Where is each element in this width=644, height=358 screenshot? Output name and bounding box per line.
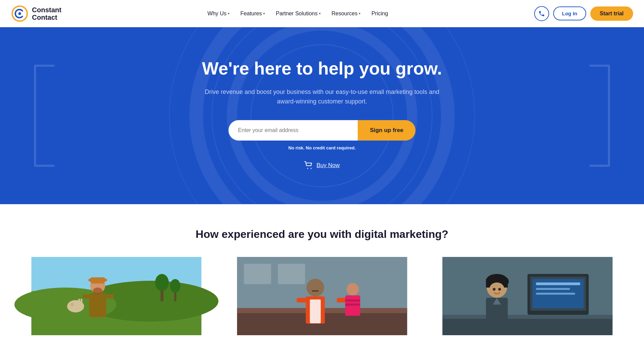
svg-rect-35: [296, 298, 307, 303]
experience-card-3[interactable]: [425, 257, 630, 335]
svg-rect-16: [91, 277, 104, 283]
phone-button[interactable]: [534, 6, 549, 21]
nav-item-resources[interactable]: Resources ▾: [327, 8, 365, 19]
svg-rect-48: [536, 288, 570, 290]
login-button[interactable]: Log In: [553, 6, 586, 20]
nav-label: Why Us: [207, 11, 226, 17]
svg-rect-25: [81, 299, 82, 303]
svg-rect-41: [312, 290, 319, 292]
nav-label: Features: [240, 11, 262, 17]
svg-rect-18: [82, 294, 91, 298]
svg-point-58: [498, 288, 501, 291]
nav-menu: Why Us ▾ Features ▾ Partner Solutions ▾ …: [203, 8, 393, 19]
cart-icon: [304, 161, 313, 169]
nav-item-features[interactable]: Features ▾: [236, 8, 270, 19]
svg-rect-29: [278, 264, 305, 284]
svg-point-13: [170, 279, 180, 293]
svg-rect-47: [536, 282, 580, 285]
chevron-down-icon: ▾: [263, 12, 265, 15]
experience-section: How experienced are you with digital mar…: [0, 204, 644, 335]
hero-content: We're here to help you grow. Drive reven…: [14, 59, 630, 169]
svg-point-55: [502, 277, 509, 286]
experience-card-2[interactable]: [219, 257, 425, 335]
svg-point-4: [310, 168, 311, 169]
nav-item-why-us[interactable]: Why Us ▾: [203, 8, 234, 19]
logo-line2: Contact: [32, 14, 62, 21]
logo-icon: [11, 5, 29, 22]
experience-title: How experienced are you with digital mar…: [14, 228, 630, 241]
svg-point-37: [346, 283, 359, 295]
nav-label: Pricing: [371, 11, 388, 17]
buy-now-label: Buy Now: [317, 162, 340, 169]
restaurant-image: [219, 257, 425, 335]
nav-item-pricing[interactable]: Pricing: [367, 8, 393, 19]
logo[interactable]: Constant Contact: [11, 5, 62, 22]
nav-item-partner-solutions[interactable]: Partner Solutions ▾: [271, 8, 325, 19]
svg-rect-51: [443, 315, 613, 319]
navbar: Constant Contact Why Us ▾ Features ▾ Par…: [0, 0, 644, 27]
experience-cards: [14, 257, 630, 335]
svg-rect-17: [89, 293, 106, 317]
nav-label: Partner Solutions: [276, 11, 318, 17]
hero-title: We're here to help you grow.: [14, 59, 630, 79]
svg-point-3: [307, 168, 308, 169]
start-trial-button[interactable]: Start trial: [590, 6, 633, 21]
buy-now-link[interactable]: Buy Now: [14, 161, 630, 169]
svg-rect-49: [536, 293, 575, 295]
svg-rect-28: [244, 264, 271, 284]
logo-text: Constant Contact: [32, 6, 62, 21]
svg-rect-40: [345, 304, 360, 306]
svg-point-23: [70, 303, 74, 306]
svg-point-2: [18, 12, 21, 15]
farmer-image: [14, 257, 219, 335]
svg-point-32: [306, 279, 324, 296]
signup-form: Sign up free: [14, 120, 630, 141]
hero-disclaimer: No risk. No credit card required.: [14, 145, 630, 150]
svg-rect-39: [345, 299, 360, 302]
experience-card-1[interactable]: [14, 257, 219, 335]
chevron-down-icon: ▾: [359, 12, 360, 15]
nav-label: Resources: [332, 11, 357, 17]
svg-rect-24: [78, 299, 80, 303]
svg-point-11: [155, 274, 169, 291]
svg-rect-50: [443, 316, 613, 335]
business-woman-image: [425, 257, 630, 335]
svg-rect-34: [310, 299, 321, 323]
hero-section: We're here to help you grow. Drive reven…: [0, 27, 644, 204]
hero-subtitle: Drive revenue and boost your business wi…: [196, 87, 448, 107]
svg-point-57: [493, 288, 496, 291]
signup-button[interactable]: Sign up free: [358, 120, 416, 141]
chevron-down-icon: ▾: [228, 12, 230, 15]
logo-line1: Constant: [32, 6, 62, 14]
chevron-down-icon: ▾: [319, 12, 321, 15]
email-input[interactable]: [228, 120, 358, 141]
phone-icon: [538, 10, 545, 17]
svg-point-20: [93, 288, 102, 294]
navbar-actions: Log In Start trial: [534, 6, 633, 21]
svg-rect-19: [105, 294, 114, 298]
